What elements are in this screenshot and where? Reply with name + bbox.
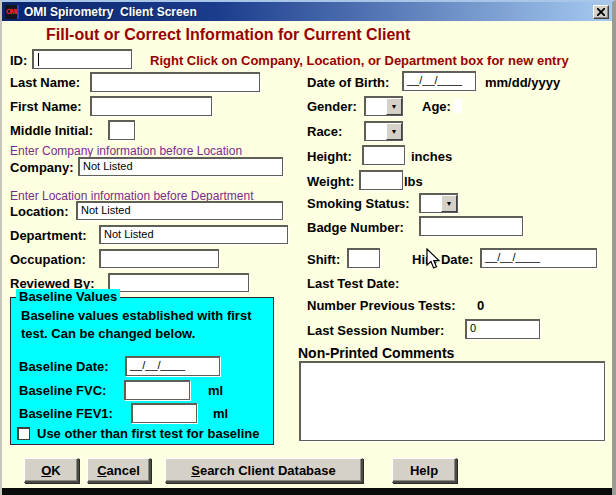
badge-number-input[interactable]: [419, 216, 523, 236]
smoking-status-dropdown[interactable]: ▼: [419, 193, 458, 213]
window-bottom-edge: [0, 488, 616, 495]
id-input[interactable]: [32, 49, 132, 69]
chevron-down-icon[interactable]: ▼: [386, 98, 402, 115]
last-name-input[interactable]: [90, 72, 260, 92]
middle-initial-input[interactable]: [108, 120, 135, 140]
height-label: Height:: [307, 149, 352, 164]
occupation-label: Occupation:: [10, 252, 86, 267]
badge-number-label: Badge Number:: [307, 220, 404, 235]
comments-label: Non-Printed Comments: [298, 345, 454, 361]
occupation-input[interactable]: [99, 249, 219, 268]
baseline-date-input[interactable]: __/__/____: [125, 356, 220, 376]
chevron-down-icon[interactable]: ▼: [386, 123, 402, 140]
mouse-cursor-icon: [426, 248, 441, 270]
company-label: Company:: [10, 160, 74, 175]
id-label: ID:: [10, 53, 27, 68]
department-input[interactable]: Not Listed: [99, 225, 288, 244]
last-session-input[interactable]: 0: [465, 319, 540, 339]
baseline-other-test-checkbox[interactable]: [17, 427, 30, 440]
baseline-fev1-input[interactable]: [131, 403, 197, 423]
location-input[interactable]: Not Listed: [76, 201, 283, 220]
search-client-database-button[interactable]: Search Client Database: [165, 458, 363, 483]
prev-tests-label: Number Previous Tests:: [307, 298, 456, 313]
baseline-fev1-unit: ml: [213, 406, 228, 421]
location-label: Location:: [10, 204, 69, 219]
dob-input[interactable]: __/__/____: [402, 71, 476, 91]
weight-label: Weight:: [307, 174, 354, 189]
weight-input[interactable]: [359, 170, 403, 190]
baseline-description-2: test. Can be changed below.: [21, 326, 195, 341]
reviewed-by-input[interactable]: [108, 273, 249, 292]
window-title: OMI Spirometry Client Screen: [24, 5, 593, 19]
last-session-label: Last Session Number:: [307, 323, 444, 338]
gender-label: Gender:: [307, 99, 357, 114]
comments-textarea[interactable]: [299, 361, 605, 441]
gender-dropdown[interactable]: ▼: [364, 96, 403, 116]
cancel-button[interactable]: Cancel: [87, 458, 151, 483]
dob-label: Date of Birth:: [307, 75, 389, 90]
right-click-hint: Right Click on Company, Location, or Dep…: [150, 53, 569, 68]
shift-input[interactable]: [347, 248, 380, 268]
last-name-label: Last Name:: [10, 75, 80, 90]
company-input[interactable]: Not Listed: [78, 157, 283, 176]
dialog-body: Fill-out or Correct Information for Curr…: [2, 21, 612, 495]
weight-unit-label: lbs: [404, 174, 423, 189]
close-icon: [597, 8, 605, 16]
baseline-values-group: Baseline Values Baseline values establis…: [10, 297, 274, 445]
first-name-input[interactable]: [90, 96, 212, 116]
middle-initial-label: Middle Initial:: [10, 123, 93, 138]
client-screen-window: OMI OMI Spirometry Client Screen Fill-ou…: [0, 0, 616, 495]
page-title: Fill-out or Correct Information for Curr…: [46, 26, 410, 44]
baseline-fvc-input[interactable]: [124, 380, 190, 400]
height-unit-label: inches: [411, 149, 452, 164]
race-dropdown[interactable]: ▼: [364, 121, 403, 141]
age-label: Age:: [422, 99, 451, 114]
height-input[interactable]: [362, 145, 405, 165]
race-label: Race:: [307, 124, 342, 139]
baseline-fvc-label: Baseline FVC:: [19, 383, 106, 398]
department-label: Department:: [10, 228, 87, 243]
baseline-description-1: Baseline values established with first: [21, 308, 251, 323]
shift-label: Shift:: [307, 252, 340, 267]
app-icon: OMI: [5, 5, 19, 19]
smoking-status-label: Smoking Status:: [307, 196, 410, 211]
titlebar: OMI OMI Spirometry Client Screen: [2, 2, 612, 21]
prev-tests-value: 0: [477, 298, 484, 313]
age-value: [454, 99, 462, 113]
baseline-fev1-label: Baseline FEV1:: [19, 406, 113, 421]
baseline-checkbox-label: Use other than first test for baseline: [37, 426, 260, 441]
baseline-group-title: Baseline Values: [16, 289, 120, 304]
help-button[interactable]: Help: [392, 458, 457, 483]
dob-format-label: mm/dd/yyyy: [485, 75, 560, 90]
baseline-date-label: Baseline Date:: [19, 359, 109, 374]
chevron-down-icon[interactable]: ▼: [441, 195, 457, 212]
close-button[interactable]: [593, 5, 609, 19]
company-hint: Enter Company information before Locatio…: [10, 144, 242, 158]
ok-button[interactable]: OK: [24, 458, 79, 483]
baseline-fvc-unit: ml: [208, 383, 223, 398]
hire-date-label: Hire Date:: [412, 252, 473, 267]
first-name-label: First Name:: [10, 99, 82, 114]
last-test-date-label: Last Test Date:: [307, 276, 399, 291]
hire-date-input[interactable]: __/__/____: [480, 248, 597, 268]
text-caret: [38, 53, 39, 66]
